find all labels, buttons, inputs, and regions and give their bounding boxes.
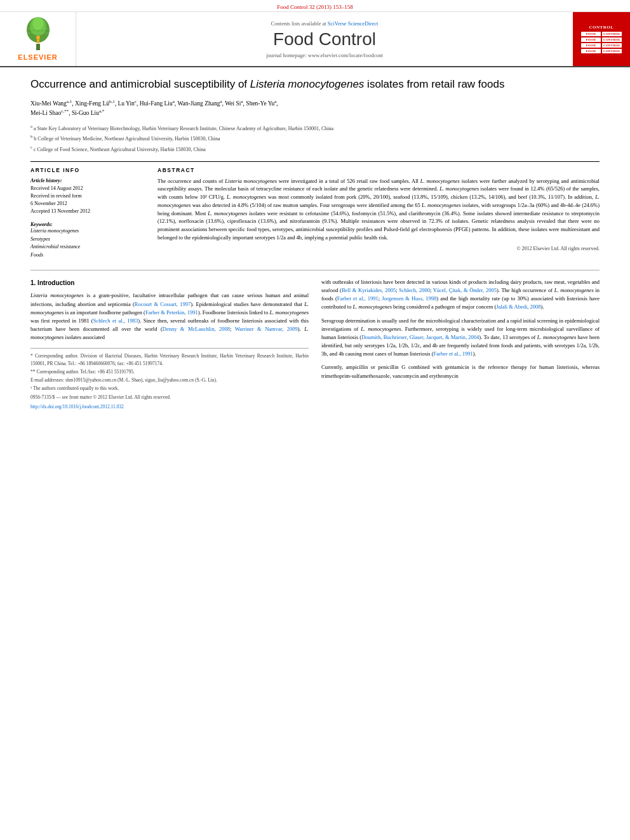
body-col-right: with outbreaks of listeriosis have been … (321, 278, 600, 411)
svg-point-6 (36, 36, 40, 39)
badge-grid: FOOD CONTROL FOOD CONTROL FOOD CONTROL F… (581, 32, 622, 53)
revised-label: Received in revised form (30, 192, 145, 200)
footnote-star: * Corresponding author. Division of Bact… (30, 352, 309, 367)
journal-title: Food Control (273, 29, 376, 50)
section-divider (30, 270, 600, 270)
paper-title: Occurrence and antimicrobial susceptibil… (30, 77, 600, 92)
ref-jalali[interactable]: Jalali & Abedi, 2008 (496, 303, 540, 310)
intro-para4: Currently, ampicillin or penicillin G co… (321, 363, 600, 380)
footnote-equal: ¹ The authors contributed equally to thi… (30, 385, 309, 392)
kw-1: Listeria monocytogenes (30, 227, 145, 236)
kw-4: Foods (30, 251, 145, 260)
ref-farber-1991b[interactable]: Farber et al., 1991 (434, 350, 473, 357)
badge-cell-5: FOOD (581, 43, 601, 48)
abstract-label: ABSTRACT (158, 167, 600, 173)
issn-line: 0956-7135/$ — see front matter © 2012 El… (30, 394, 309, 401)
badge-top-text: CONTROL (589, 25, 614, 30)
article-info-label: ARTICLE INFO (30, 167, 145, 173)
badge-cell-7: FOOD (581, 49, 601, 53)
badge-cell-1: FOOD (581, 32, 601, 36)
ref-warriner[interactable]: Warriner & Namvar, 2009 (235, 326, 298, 332)
badge-cell-2: CONTROL (602, 32, 622, 36)
article-info-col: ARTICLE INFO Article history: Received 1… (30, 167, 145, 260)
intro-para3: Serogroup determination is usually used … (321, 317, 600, 359)
intro-para2: with outbreaks of listeriosis have been … (321, 278, 600, 312)
badge-cell-6: CONTROL (602, 43, 622, 48)
main-content: Occurrence and antimicrobial susceptibil… (0, 67, 630, 424)
badge-cell-8: CONTROL (602, 49, 622, 53)
sciverse-line: Contents lists available at SciVerse Sci… (271, 20, 379, 27)
svg-point-3 (32, 17, 44, 30)
copyright-line: © 2012 Elsevier Ltd. All rights reserved… (158, 246, 600, 251)
ref-jorgensen[interactable]: Jorgensen & Huss, 1998 (382, 295, 436, 302)
badge-cell-3: FOOD (581, 37, 601, 42)
affil-c: c c College of Food Science, Northeast A… (30, 144, 600, 154)
kw-2: Serotypes (30, 236, 145, 244)
keywords-label: Keywords: (30, 222, 145, 227)
ref-farber-peterkin[interactable]: Farber & Peterkin, 1991 (145, 309, 198, 316)
badge-cell-4: CONTROL (602, 37, 622, 42)
doi-link[interactable]: http://dx.doi.org/10.1016/j.foodcont.201… (30, 404, 124, 410)
ref-doumith[interactable]: Doumith, Buchrieser, Glaser, Jacquet, & … (361, 334, 479, 340)
top-bar: Food Control 32 (2013) 153–158 (0, 0, 630, 12)
affil-b: b b College of Veterinary Medicine, Nort… (30, 133, 600, 143)
footnote-email: E-mail addresses: shm10915@yahoo.com.cn … (30, 377, 309, 383)
svg-rect-7 (37, 39, 39, 43)
page-wrapper: Food Control 32 (2013) 153–158 (0, 0, 630, 424)
article-info-abstract: ARTICLE INFO Article history: Received 1… (30, 161, 600, 260)
elsevier-tree-icon (19, 17, 57, 52)
kw-3: Antimicrobial resistance (30, 243, 145, 251)
revised-date: 6 November 2012 (30, 200, 145, 208)
body-two-col: 1. Introduction Listeria monocytogenes i… (30, 278, 600, 411)
ref-yucel[interactable]: Yücel, Çitak, & Önder, 2005 (433, 287, 497, 293)
section1-heading: 1. Introduction (30, 278, 309, 288)
ref-rocourt[interactable]: Rocourt & Cossart, 1997 (135, 301, 191, 307)
accepted-date: Accepted 13 November 2012 (30, 208, 145, 215)
history-label: Article history: (30, 177, 145, 185)
doi-line: http://dx.doi.org/10.1016/j.foodcont.201… (30, 403, 309, 410)
ref-schlech-1983[interactable]: Schlech et al., 1983 (93, 317, 138, 324)
abstract-text: The occurrence and counts of Listeria mo… (158, 177, 600, 242)
journal-banner: ELSEVIER Contents lists available at Sci… (0, 12, 630, 67)
food-control-badge: CONTROL FOOD CONTROL FOOD CONTROL FOOD C… (581, 25, 622, 53)
received-date: Received 14 August 2012 (30, 185, 145, 192)
journal-citation: Food Control 32 (2013) 153–158 (277, 4, 353, 10)
abstract-col: ABSTRACT The occurrence and counts of Li… (158, 167, 600, 260)
journal-homepage: journal homepage: www.elsevier.com/locat… (266, 52, 383, 58)
keywords-block: Keywords: Listeria monocytogenes Serotyp… (30, 222, 145, 260)
elsevier-logo: ELSEVIER (18, 17, 57, 61)
elsevier-logo-area: ELSEVIER (0, 12, 76, 66)
ref-schlech-2000[interactable]: Schlech, 2000 (399, 287, 430, 293)
elsevier-text: ELSEVIER (18, 53, 57, 61)
ref-farber-1991[interactable]: Farber et al., 1991 (337, 295, 379, 302)
affiliations: a a State Key Laboratory of Veterinary B… (30, 123, 600, 154)
footnote-double-star: ** Corresponding author. Tel./fax: +86 4… (30, 368, 309, 375)
article-history: Article history: Received 14 August 2012… (30, 177, 145, 215)
footer-notes: * Corresponding author. Division of Bact… (30, 348, 309, 410)
ref-denny[interactable]: Denny & McLauchlin, 2008 (163, 326, 230, 332)
authors: Xiu-Mei Wanga,1, Xing-Feng Lüb,1, Lu Yin… (30, 98, 600, 118)
banner-right: CONTROL FOOD CONTROL FOOD CONTROL FOOD C… (573, 12, 630, 66)
banner-center: Contents lists available at SciVerse Sci… (76, 12, 573, 66)
body-col-left: 1. Introduction Listeria monocytogenes i… (30, 278, 309, 411)
sciverse-link[interactable]: SciVerse ScienceDirect (328, 20, 379, 27)
affil-a: a a State Key Laboratory of Veterinary B… (30, 123, 600, 133)
ref-bell[interactable]: Bell & Kyriakides, 2005 (342, 287, 396, 293)
intro-para1: Listeria monocytogenes is a gram-positiv… (30, 291, 309, 342)
svg-rect-0 (36, 44, 40, 50)
